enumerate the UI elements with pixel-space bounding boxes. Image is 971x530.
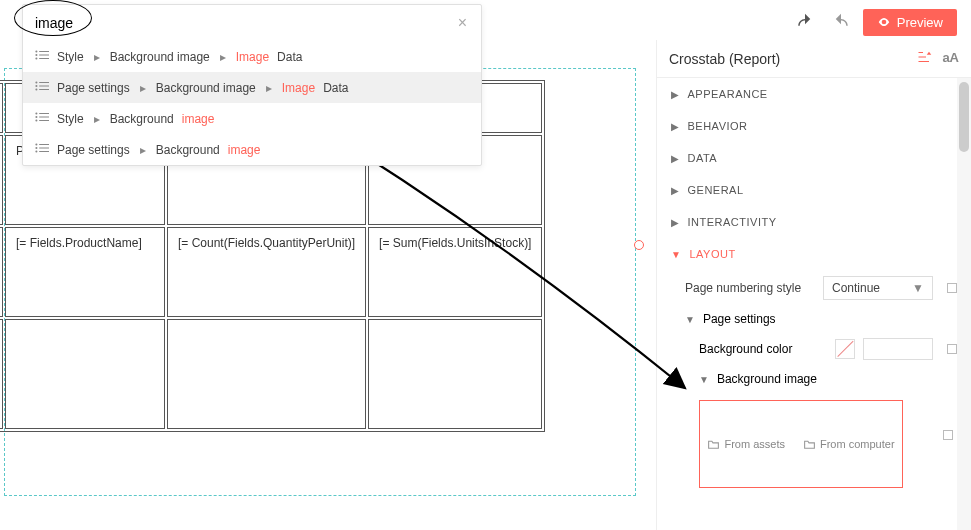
preview-label: Preview: [897, 15, 943, 30]
prop-reset[interactable]: [947, 283, 957, 293]
from-assets-button[interactable]: From assets: [707, 438, 785, 451]
sliders-icon: [35, 142, 49, 157]
panel-title: Crosstab (Report): [669, 51, 780, 67]
pagenum-label: Page numbering style: [685, 281, 815, 295]
svg-point-3: [35, 81, 37, 83]
cell-qty[interactable]: [= Count(Fields.QuantityPerUnit)]: [167, 227, 366, 317]
scrollbar-thumb[interactable]: [959, 82, 969, 152]
section-data[interactable]: ▶DATA: [657, 142, 971, 174]
section-general[interactable]: ▶GENERAL: [657, 174, 971, 206]
color-value-input[interactable]: [863, 338, 933, 360]
svg-point-10: [35, 147, 37, 149]
text-size-icon[interactable]: aA: [942, 50, 959, 67]
search-result-item[interactable]: Style▸Background image: [23, 103, 481, 134]
prop-reset[interactable]: [943, 430, 953, 440]
search-result-item[interactable]: Style▸Background image▸ImageData: [23, 41, 481, 72]
svg-point-5: [35, 88, 37, 90]
redo-icon[interactable]: [827, 8, 855, 36]
svg-point-8: [35, 119, 37, 121]
prop-reset[interactable]: [947, 344, 957, 354]
search-input[interactable]: [31, 9, 452, 37]
bgcolor-label: Background color: [699, 342, 827, 356]
section-appearance[interactable]: ▶APPEARANCE: [657, 78, 971, 110]
cell-units[interactable]: [= Sum(Fields.UnitsInStock)]: [368, 227, 542, 317]
from-computer-button[interactable]: From computer: [803, 438, 895, 451]
eye-icon: [877, 15, 891, 29]
svg-point-0: [35, 50, 37, 52]
sub-bg-image[interactable]: ▼Background image: [657, 366, 971, 392]
clear-icon[interactable]: ×: [452, 14, 473, 32]
section-layout[interactable]: ▼LAYOUT: [657, 238, 971, 270]
section-interactivity[interactable]: ▶INTERACTIVITY: [657, 206, 971, 238]
svg-point-11: [35, 150, 37, 152]
color-swatch[interactable]: [835, 339, 855, 359]
scrollbar[interactable]: [957, 78, 971, 530]
resize-handle-icon[interactable]: [634, 240, 644, 250]
cell-productname[interactable]: [= Fields.ProductName]: [5, 227, 165, 317]
row-me[interactable]: me]: [0, 227, 3, 317]
preview-button[interactable]: Preview: [863, 9, 957, 36]
section-behavior[interactable]: ▶BEHAVIOR: [657, 110, 971, 142]
svg-point-9: [35, 143, 37, 145]
search-result-item[interactable]: Page settings▸Background image: [23, 134, 481, 165]
svg-point-7: [35, 116, 37, 118]
sub-page-settings[interactable]: ▼Page settings: [657, 306, 971, 332]
undo-icon[interactable]: [791, 8, 819, 36]
sliders-icon: [35, 49, 49, 64]
search-dropdown: × Style▸Background image▸ImageDataPage s…: [22, 4, 482, 166]
svg-point-4: [35, 85, 37, 87]
folder-icon: [803, 438, 816, 451]
sliders-icon: [35, 111, 49, 126]
sliders-icon: [35, 80, 49, 95]
sort-icon[interactable]: [917, 50, 932, 67]
svg-point-1: [35, 54, 37, 56]
image-drop-zone[interactable]: From assets From computer: [699, 400, 903, 488]
folder-icon: [707, 438, 720, 451]
search-result-item[interactable]: Page settings▸Background image▸ImageData: [23, 72, 481, 103]
properties-panel: Crosstab (Report) aA ▶APPEARANCE ▶BEHAVI…: [656, 40, 971, 530]
svg-point-2: [35, 57, 37, 59]
svg-point-6: [35, 112, 37, 114]
pagenum-select[interactable]: Continue▼: [823, 276, 933, 300]
